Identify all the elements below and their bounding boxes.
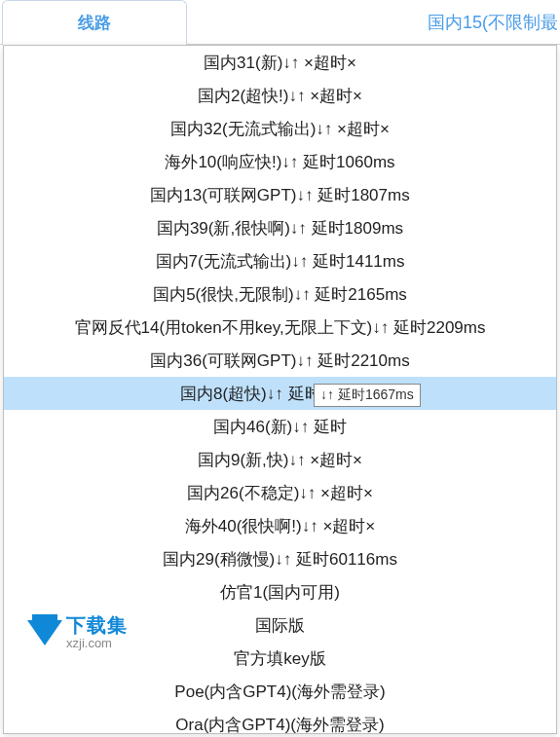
line-option[interactable]: 海外10(响应快!)↓↑ 延时1060ms [4,145,556,178]
current-line-text: 国内15(不限制最 [428,11,558,34]
line-option[interactable]: 国内39(新,很快啊)↓↑ 延时1809ms [4,211,556,244]
watermark: 下载集 xzji.com [27,615,128,649]
line-option[interactable]: 国内9(新,快)↓↑ ×超时× [4,443,556,476]
line-option[interactable]: 国内13(可联网GPT)↓↑ 延时1807ms [4,178,556,211]
latency-tooltip: ↓↑ 延时1667ms [314,384,421,407]
download-arrow-icon [27,620,62,645]
line-option[interactable]: 仿官1(国内可用) [4,575,556,608]
watermark-text: 下载集 xzji.com [66,615,128,649]
line-option[interactable]: 国内2(超快!)↓↑ ×超时× [4,79,556,112]
tab-lines[interactable]: 线路 [2,0,187,45]
line-option[interactable]: 国内36(可联网GPT)↓↑ 延时2210ms [4,344,556,377]
watermark-title: 下载集 [66,615,128,635]
line-option[interactable]: 国内46(新)↓↑ 延时 [4,410,556,443]
line-option[interactable]: Poe(内含GPT4)(海外需登录) [4,675,556,708]
line-option[interactable]: 国内7(无流式输出)↓↑ 延时1411ms [4,244,556,277]
line-option[interactable]: 国内29(稍微慢)↓↑ 延时60116ms [4,542,556,575]
line-option[interactable]: 国内26(不稳定)↓↑ ×超时× [4,476,556,509]
line-option[interactable]: 官网反代14(用token不用key,无限上下文)↓↑ 延时2209ms [4,311,556,344]
line-option[interactable]: 国内8(超快)↓↑ 延时1667ms [4,377,556,410]
line-option[interactable]: Ora(内含GPT4)(海外需登录) [4,708,556,733]
header-bar: 线路 国内15(不限制最 [0,0,560,45]
watermark-url: xzji.com [66,637,128,649]
line-option[interactable]: 国内5(很快,无限制)↓↑ 延时2165ms [4,277,556,311]
line-option[interactable]: 国内32(无流式输出)↓↑ ×超时× [4,112,556,145]
line-option[interactable]: 海外40(很快啊!)↓↑ ×超时× [4,509,556,542]
tab-label: 线路 [78,12,111,34]
tooltip-text: ↓↑ 延时1667ms [320,387,414,402]
current-line-display: 国内15(不限制最 [187,0,560,44]
line-option[interactable]: 国内31(新)↓↑ ×超时× [4,46,556,79]
